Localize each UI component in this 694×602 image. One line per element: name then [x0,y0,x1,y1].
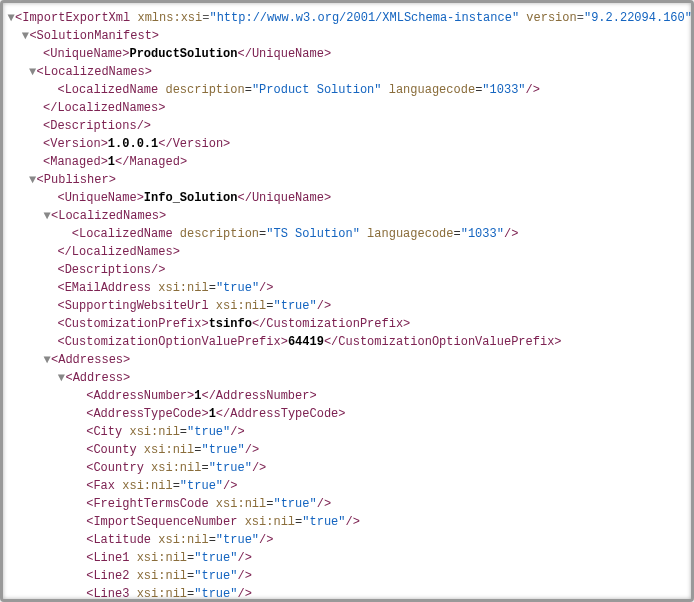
line-pub-localizednames-close: </LocalizedNames> [7,243,687,261]
line-address-field: <Line2 xsi:nil="true"/> [7,567,687,585]
line-emailaddress: <EMailAddress xsi:nil="true"/> [7,279,687,297]
line-address-field: <ImportSequenceNumber xsi:nil="true"/> [7,513,687,531]
line-address-field: <Latitude xsi:nil="true"/> [7,531,687,549]
line-address-field: <Country xsi:nil="true"/> [7,459,687,477]
line-supportingwebsiteurl: <SupportingWebsiteUrl xsi:nil="true"/> [7,297,687,315]
xml-content: ▼<ImportExportXml xmlns:xsi="http://www.… [7,9,687,602]
expand-arrow-icon[interactable]: ▼ [29,63,37,81]
line-address-field: <Line1 xsi:nil="true"/> [7,549,687,567]
line-addresses: ▼<Addresses> [7,351,687,369]
line-address: ▼<Address> [7,369,687,387]
line-root: ▼<ImportExportXml xmlns:xsi="http://www.… [7,9,687,27]
xml-viewer-frame: ▼<ImportExportXml xmlns:xsi="http://www.… [0,0,694,602]
line-address-field: <County xsi:nil="true"/> [7,441,687,459]
line-address-field: <AddressNumber>1</AddressNumber> [7,387,687,405]
line-address-field: <FreightTermsCode xsi:nil="true"/> [7,495,687,513]
line-localizedname: <LocalizedName description="Product Solu… [7,81,687,99]
line-customizationoptionvalueprefix: <CustomizationOptionValuePrefix>64419</C… [7,333,687,351]
line-uniquename: <UniqueName>ProductSolution</UniqueName> [7,45,687,63]
line-publisher: ▼<Publisher> [7,171,687,189]
line-address-field: <AddressTypeCode>1</AddressTypeCode> [7,405,687,423]
line-address-field: <Line3 xsi:nil="true"/> [7,585,687,602]
address-fields: <AddressNumber>1</AddressNumber> <Addres… [7,387,687,602]
line-localizednames-close: </LocalizedNames> [7,99,687,117]
line-pub-localizedname: <LocalizedName description="TS Solution"… [7,225,687,243]
expand-arrow-icon[interactable]: ▼ [43,351,51,369]
expand-arrow-icon[interactable]: ▼ [7,9,15,27]
line-localizednames-open: ▼<LocalizedNames> [7,63,687,81]
line-pub-localizednames-open: ▼<LocalizedNames> [7,207,687,225]
line-address-field: <Fax xsi:nil="true"/> [7,477,687,495]
expand-arrow-icon[interactable]: ▼ [29,171,37,189]
line-pub-uniquename: <UniqueName>Info_Solution</UniqueName> [7,189,687,207]
expand-arrow-icon[interactable]: ▼ [43,207,51,225]
line-address-field: <City xsi:nil="true"/> [7,423,687,441]
line-version: <Version>1.0.0.1</Version> [7,135,687,153]
line-managed: <Managed>1</Managed> [7,153,687,171]
line-pub-descriptions: <Descriptions/> [7,261,687,279]
line-manifest: ▼<SolutionManifest> [7,27,687,45]
line-customizationprefix: <CustomizationPrefix>tsinfo</Customizati… [7,315,687,333]
line-descriptions: <Descriptions/> [7,117,687,135]
